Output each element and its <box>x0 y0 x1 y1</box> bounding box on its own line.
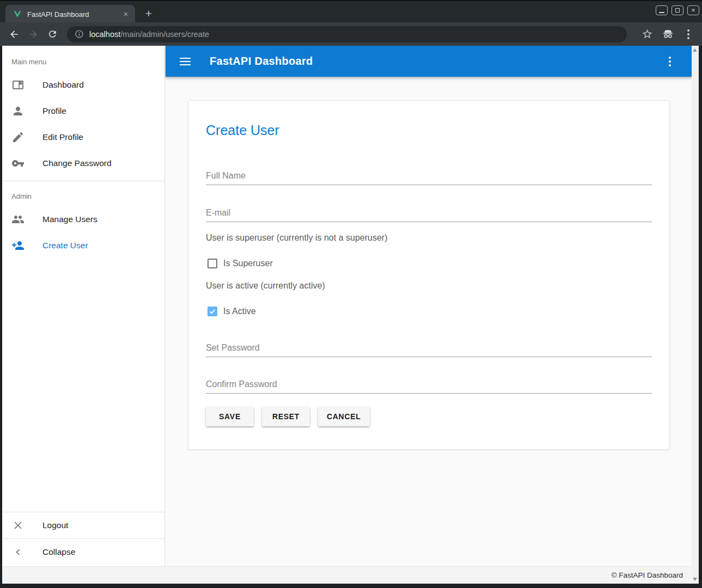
sidebar-item-label: Profile <box>42 106 66 116</box>
sidebar-item-label: Logout <box>42 520 68 530</box>
tab-title: FastAPI Dashboard <box>27 10 121 19</box>
people-icon <box>11 213 25 226</box>
sidebar-item-label: Dashboard <box>42 80 84 90</box>
sidebar-item-change-password[interactable]: Change Password <box>2 150 164 176</box>
sidebar-header-admin: Admin <box>2 186 164 206</box>
active-hint: User is active (currently active) <box>206 281 652 291</box>
browser-titlebar: FastAPI Dashboard × + × <box>0 0 702 22</box>
sidebar-item-profile[interactable]: Profile <box>2 98 164 124</box>
superuser-checkbox-row[interactable]: Is Superuser <box>206 257 652 270</box>
dashboard-icon <box>11 78 25 91</box>
email-input[interactable] <box>206 204 652 222</box>
superuser-checkbox-label: Is Superuser <box>223 259 273 268</box>
active-checkbox[interactable] <box>207 307 217 316</box>
sidebar-item-manage-users[interactable]: Manage Users <box>2 206 164 232</box>
kebab-menu-icon <box>669 57 671 66</box>
app-bar: FastAPI Dashboard <box>166 46 692 77</box>
kebab-menu-icon <box>687 29 689 39</box>
pencil-icon <box>11 131 25 144</box>
back-arrow-icon <box>9 29 20 40</box>
sidebar-item-dashboard[interactable]: Dashboard <box>2 72 164 98</box>
main-area: FastAPI Dashboard Create User User is su… <box>166 46 692 566</box>
app-bar-menu-button[interactable] <box>669 57 671 66</box>
scrollbar-down-arrow-icon[interactable] <box>693 578 697 581</box>
browser-window: FastAPI Dashboard × + × localhost/main/a… <box>0 0 702 588</box>
cancel-button[interactable]: CANCEL <box>318 407 370 426</box>
reload-button[interactable] <box>45 27 60 42</box>
copyright-text: © FastAPI Dashboard <box>611 571 683 579</box>
sidebar: Main menu Dashboard Profile Edit Profile <box>2 46 165 566</box>
scrollbar[interactable] <box>692 46 699 584</box>
page-content: Main menu Dashboard Profile Edit Profile <box>2 46 699 584</box>
incognito-icon <box>662 28 674 40</box>
chevron-left-icon <box>11 546 25 559</box>
check-icon <box>209 308 216 315</box>
key-icon <box>11 157 25 170</box>
vue-logo-icon <box>13 10 22 19</box>
bookmark-star-button[interactable] <box>640 27 654 41</box>
url-text: localhost/main/admin/users/create <box>89 30 209 39</box>
page-footer: © FastAPI Dashboard <box>2 566 692 584</box>
url-host: localhost <box>89 30 120 39</box>
star-icon <box>642 28 653 40</box>
tab-close-icon[interactable]: × <box>121 9 131 19</box>
person-add-icon <box>11 239 25 252</box>
reload-icon <box>47 29 58 39</box>
page-title: Create User <box>206 122 652 138</box>
sidebar-item-label: Create User <box>42 241 88 250</box>
minimize-icon <box>659 12 664 13</box>
back-button[interactable] <box>7 27 22 42</box>
sidebar-bottom: Logout Collapse <box>2 512 164 565</box>
sidebar-item-edit-profile[interactable]: Edit Profile <box>2 124 164 150</box>
url-path: /main/admin/users/create <box>120 30 209 39</box>
person-icon <box>11 105 25 118</box>
sidebar-header-main-menu: Main menu <box>2 51 164 72</box>
set-password-input[interactable] <box>206 339 652 357</box>
sidebar-item-label: Edit Profile <box>42 132 83 142</box>
save-button[interactable]: SAVE <box>206 407 254 426</box>
logout-x-icon <box>11 519 25 532</box>
sidebar-item-collapse[interactable]: Collapse <box>2 539 164 565</box>
superuser-checkbox[interactable] <box>207 259 217 268</box>
hamburger-menu-button[interactable] <box>179 55 192 68</box>
confirm-password-input[interactable] <box>206 376 652 394</box>
form-buttons: SAVE RESET CANCEL <box>206 407 652 426</box>
sidebar-item-label: Change Password <box>42 158 112 168</box>
browser-toolbar: localhost/main/admin/users/create <box>0 22 702 46</box>
app-bar-title: FastAPI Dashboard <box>210 55 313 68</box>
active-checkbox-label: Is Active <box>223 307 256 316</box>
create-user-card: Create User User is superuser (currently… <box>188 100 670 450</box>
sidebar-item-label: Collapse <box>42 547 75 557</box>
new-tab-button[interactable]: + <box>142 7 156 21</box>
sidebar-item-create-user[interactable]: Create User <box>2 232 164 259</box>
scrollbar-up-arrow-icon[interactable] <box>693 48 697 52</box>
minimize-button[interactable] <box>656 5 668 15</box>
close-icon: × <box>688 5 699 15</box>
url-bar[interactable]: localhost/main/admin/users/create <box>67 26 627 42</box>
site-info-icon[interactable] <box>75 29 84 39</box>
browser-tab[interactable]: FastAPI Dashboard × <box>5 5 135 23</box>
sidebar-divider <box>2 181 164 181</box>
browser-menu-button[interactable] <box>681 27 695 41</box>
reset-button[interactable]: RESET <box>262 407 310 426</box>
window-controls: × <box>656 5 699 15</box>
sidebar-item-label: Manage Users <box>42 215 97 224</box>
forward-arrow-icon <box>28 29 39 40</box>
superuser-hint: User is superuser (currently is not a su… <box>206 233 652 243</box>
close-button[interactable]: × <box>687 5 699 15</box>
maximize-icon <box>675 8 680 13</box>
full-name-input[interactable] <box>206 167 652 185</box>
sidebar-item-logout[interactable]: Logout <box>2 512 164 538</box>
active-checkbox-row[interactable]: Is Active <box>206 305 652 318</box>
forward-button[interactable] <box>26 27 41 42</box>
incognito-badge <box>661 27 675 41</box>
maximize-button[interactable] <box>672 5 683 15</box>
